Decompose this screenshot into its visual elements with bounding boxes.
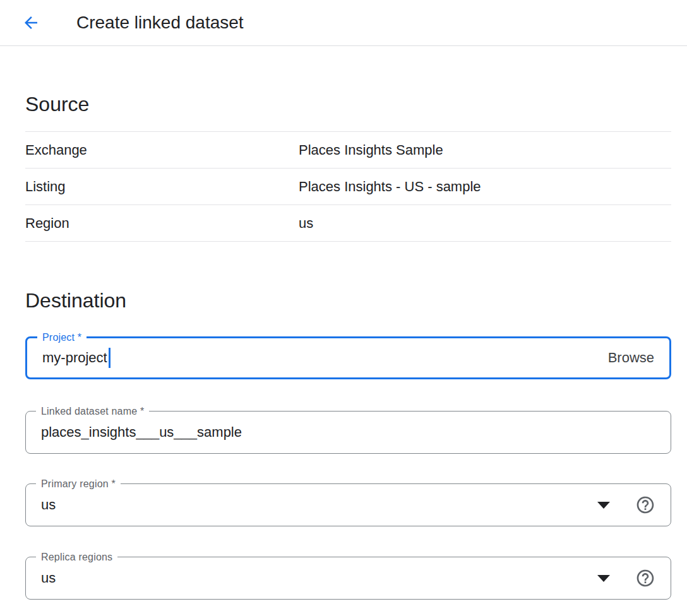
table-row-region: Region us (25, 205, 671, 242)
caret-down-icon[interactable] (597, 575, 610, 582)
row-value: us (299, 215, 313, 232)
primary-region-help-button[interactable] (635, 495, 655, 515)
main-content: Source Exchange Places Insights Sample L… (0, 92, 687, 600)
linked-dataset-name-value[interactable]: places_insights___us___sample (41, 424, 242, 441)
linked-dataset-name-field[interactable]: Linked dataset name * places_insights___… (25, 411, 671, 454)
primary-region-label: Primary region * (36, 478, 121, 490)
row-value: Places Insights - US - sample (299, 179, 481, 195)
replica-regions-label: Replica regions (36, 551, 117, 564)
row-label: Listing (25, 179, 299, 195)
table-row-exchange: Exchange Places Insights Sample (25, 132, 671, 169)
replica-regions-help-button[interactable] (635, 568, 655, 588)
browse-button[interactable]: Browse (608, 350, 654, 366)
replica-regions-select[interactable]: Replica regions us (25, 557, 671, 600)
table-row-listing: Listing Places Insights - US - sample (25, 169, 671, 205)
help-outline-icon (635, 568, 655, 588)
help-outline-icon (635, 495, 655, 515)
primary-region-value: us (41, 497, 56, 513)
linked-dataset-name-label: Linked dataset name * (36, 405, 149, 418)
source-table: Exchange Places Insights Sample Listing … (25, 131, 671, 242)
primary-region-select[interactable]: Primary region * us (25, 483, 671, 526)
project-field-value[interactable]: my-project (42, 350, 107, 366)
row-value: Places Insights Sample (299, 142, 443, 158)
project-field[interactable]: Project * my-project Browse (25, 336, 671, 379)
row-label: Exchange (25, 142, 299, 158)
text-cursor (109, 348, 111, 368)
destination-heading: Destination (25, 288, 671, 313)
replica-regions-value: us (41, 570, 56, 586)
arrow-back-icon (21, 13, 40, 32)
row-label: Region (25, 215, 299, 232)
page-title: Create linked dataset (76, 11, 244, 34)
header: Create linked dataset (0, 0, 687, 46)
back-button[interactable] (21, 13, 41, 33)
project-field-label: Project * (37, 331, 87, 344)
caret-down-icon[interactable] (597, 502, 610, 509)
source-heading: Source (25, 92, 671, 117)
